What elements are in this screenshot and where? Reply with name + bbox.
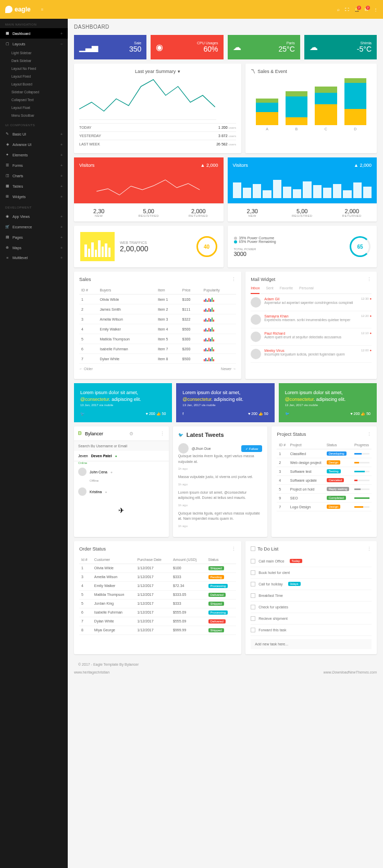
table-row[interactable]: 5Project on holdReply waiting xyxy=(277,485,372,494)
settings-icon[interactable]: ⚙ xyxy=(129,431,133,436)
nav-item[interactable]: ≡Multilevel+ xyxy=(0,253,68,263)
fullscreen-icon[interactable]: ⛶ xyxy=(345,7,349,12)
mail-tab[interactable]: Personal xyxy=(299,286,314,290)
nav-dashboard[interactable]: ▦Dashboard+ xyxy=(0,28,68,39)
table-row[interactable]: 1Olivia WildeItem 1$100 xyxy=(79,295,236,304)
todo-item[interactable]: Breakfast Time xyxy=(251,590,372,602)
nav-sub-item[interactable]: Layout Boxed xyxy=(0,80,68,88)
table-row[interactable]: 4Software updateCanceled xyxy=(277,476,372,485)
todo-input[interactable] xyxy=(251,639,372,649)
messages-icon[interactable]: ✉7 xyxy=(365,7,368,12)
mail-item[interactable]: Adam GilAspernatur ad asperiari sapenter… xyxy=(251,294,372,311)
table-row[interactable]: 7Dylan WhiteItem 8$500 xyxy=(79,354,236,364)
nav-item[interactable]: ▤Pages+ xyxy=(0,232,68,242)
more-icon[interactable]: ⋮ xyxy=(231,277,236,282)
mail-tab[interactable]: Favorite xyxy=(280,286,293,290)
send-icon[interactable]: ✈ xyxy=(74,501,169,520)
todo-item[interactable]: Forward this task xyxy=(251,625,372,636)
table-row[interactable]: 8Miya George1/12/2017$999.99Shipped xyxy=(79,626,236,634)
table-row[interactable]: 4Emily WalkerItem 4$500 xyxy=(79,324,236,334)
table-row[interactable]: 2Web design projectDesign xyxy=(277,458,372,467)
todo-item[interactable]: Call for holiday3days xyxy=(251,579,372,590)
table-row[interactable]: 3Software testTesting xyxy=(277,467,372,476)
todo-item[interactable]: Book hotei for cient xyxy=(251,567,372,579)
mail-tab[interactable]: Inbox xyxy=(251,286,260,294)
nav-layouts[interactable]: ▢Layouts− xyxy=(0,39,68,49)
table-row[interactable]: 6Isabelle FuhrmanItem 7$200 xyxy=(79,344,236,354)
brand-logo[interactable]: eagle xyxy=(5,6,31,13)
table-row[interactable]: 6Isabelle Fuhrman1/12/2017$555.09Process… xyxy=(79,608,236,617)
newer-link[interactable]: Newer → xyxy=(221,367,236,371)
nav-item[interactable]: ✎Basic UI+ xyxy=(0,129,68,139)
checkbox[interactable] xyxy=(251,605,255,609)
checkbox[interactable] xyxy=(251,582,255,586)
todo-item[interactable]: Call main OfficeToday xyxy=(251,556,372,567)
checkbox[interactable] xyxy=(251,570,255,575)
nav-sub-item[interactable]: Layout No Fixed xyxy=(0,65,68,72)
nav-header: UI COMPONENTS xyxy=(0,119,68,129)
nav-item[interactable]: ⊕Maps+ xyxy=(0,242,68,253)
more-icon[interactable]: ⋮ xyxy=(367,277,372,282)
nav-item[interactable]: ☰Forms+ xyxy=(0,160,68,170)
todo-item[interactable]: Recieve shipment xyxy=(251,613,372,625)
follow-button[interactable]: ✓ Follow xyxy=(241,445,262,452)
nav-sub-item[interactable]: Layout Float xyxy=(0,104,68,112)
nav-item[interactable]: ◈Advance UI+ xyxy=(0,139,68,150)
more-icon[interactable]: ⋮ xyxy=(231,546,236,552)
todo-item[interactable]: Check for updates xyxy=(251,602,372,613)
more-icon[interactable]: ⋮ xyxy=(367,546,372,552)
mail-item[interactable]: Meeky VirusIncorrupte torquatum iudicia,… xyxy=(251,346,372,363)
thumbs[interactable]: 👍 50 xyxy=(361,412,370,415)
likes[interactable]: ♥ 200 xyxy=(351,412,360,415)
search-icon[interactable]: ⌕ xyxy=(337,7,340,12)
likes[interactable]: ♥ 200 xyxy=(248,412,257,415)
mail-item[interactable]: Paul RichardAutem queti erunt ut sequitu… xyxy=(251,328,372,346)
table-row[interactable]: 2James SmithItem 2$111 xyxy=(79,304,236,314)
nav-item[interactable]: 🛒Ecommerce+ xyxy=(0,222,68,232)
table-row[interactable]: 7Logo DesignDesign xyxy=(277,503,372,511)
chat-search[interactable] xyxy=(74,441,169,451)
nav-sub-item[interactable]: Sidebar Collapsed xyxy=(0,88,68,96)
more-icon[interactable]: ⋮ xyxy=(160,431,165,436)
checkbox[interactable] xyxy=(251,593,255,598)
social-icon[interactable]: 🐦 xyxy=(285,412,290,416)
table-row[interactable]: 4Emily Walker1/12/2017$72.34Processing xyxy=(79,581,236,590)
nav-sub-item[interactable]: Dark Sidebar xyxy=(0,57,68,65)
mail-tab[interactable]: Sent xyxy=(266,286,273,290)
table-row[interactable]: 1ClassifiedDeveloping xyxy=(277,449,372,458)
chat-user[interactable]: John Cena ● xyxy=(74,464,169,479)
nav-item[interactable]: ▦Tables+ xyxy=(0,181,68,191)
table-row[interactable]: 1Olivia Wilde1/12/2017$100Shipped xyxy=(79,564,236,572)
nav-item[interactable]: ◫Charts+ xyxy=(0,170,68,181)
notification-icon[interactable]: 🔔7 xyxy=(354,7,360,12)
table-row[interactable]: 5Matilda Thompson1/12/2017$333.05Deliver… xyxy=(79,590,236,599)
thumbs[interactable]: 👍 50 xyxy=(156,412,166,415)
mail-item[interactable]: Samayra KhanExpetendis miseram. scribi i… xyxy=(251,311,372,328)
older-link[interactable]: ← Older xyxy=(79,367,93,371)
checkbox[interactable] xyxy=(251,616,255,621)
table-row[interactable]: 3Amelia Wilson1/12/2017$333Pending xyxy=(79,572,236,581)
nav-sub-item[interactable]: Collapsed Text xyxy=(0,96,68,104)
chat-user[interactable]: Kristina ● xyxy=(74,484,169,499)
social-icon[interactable]: 🐦 xyxy=(80,412,85,416)
dropdown-icon[interactable]: ▾ xyxy=(178,69,180,74)
table-row[interactable]: 5Matilda ThompsonItem 5$300 xyxy=(79,334,236,344)
more-icon[interactable]: ⋮ xyxy=(367,432,372,437)
table-row[interactable]: 9SEOCompleted xyxy=(277,494,372,503)
nav-item[interactable]: ✦Elements+ xyxy=(0,150,68,160)
checkbox[interactable] xyxy=(251,628,255,632)
more-icon[interactable]: ⋮ xyxy=(374,7,378,12)
nav-item[interactable]: ⊞Widgets+ xyxy=(0,191,68,202)
nav-sub-item[interactable]: Layout Fixed xyxy=(0,72,68,80)
checkbox[interactable] xyxy=(251,559,255,564)
likes[interactable]: ♥ 200 xyxy=(146,412,155,415)
table-row[interactable]: 3Amelia WilsonItem 3$322 xyxy=(79,314,236,324)
table-row[interactable]: 5Jordan King1/12/2017$333Shipped xyxy=(79,599,236,608)
thumbs[interactable]: 👍 50 xyxy=(258,412,268,415)
nav-item[interactable]: ◉App Views+ xyxy=(0,211,68,222)
nav-sub-item[interactable]: Light Sidebar xyxy=(0,49,68,57)
nav-sub-item[interactable]: Menu Scrollbar xyxy=(0,112,68,119)
table-row[interactable]: 7Dylan White1/12/2017$555.09Delivered xyxy=(79,617,236,626)
social-icon[interactable]: f xyxy=(182,412,183,416)
menu-toggle-icon[interactable]: ≡ xyxy=(41,7,44,12)
